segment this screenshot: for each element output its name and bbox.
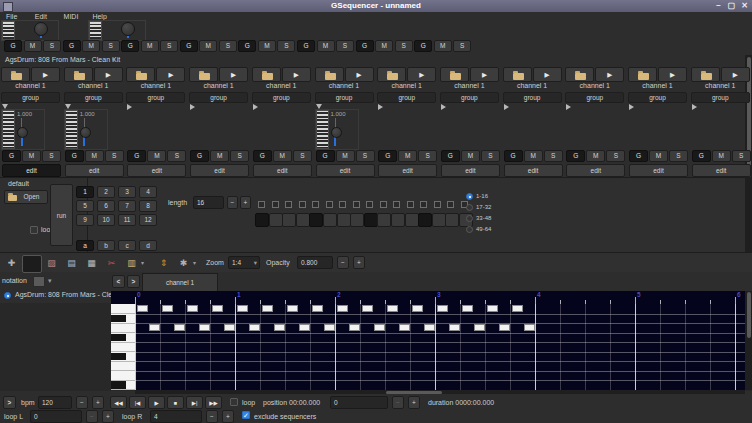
output-8-s-button[interactable]: S: [453, 40, 471, 52]
output-7-g-button[interactable]: G: [356, 40, 374, 52]
pattern-pad-6-button[interactable]: [323, 213, 337, 227]
input-7-s-button[interactable]: S: [418, 150, 437, 162]
notation-grid[interactable]: [135, 304, 745, 390]
length-value[interactable]: 16: [193, 196, 224, 209]
note[interactable]: [212, 305, 223, 312]
edit-9-button[interactable]: edit: [504, 164, 563, 177]
pattern-pad-9-button[interactable]: [364, 213, 378, 227]
pattern-pad-15-button[interactable]: [445, 213, 459, 227]
pattern-pad-5-button[interactable]: [309, 213, 323, 227]
pattern-pad-1-button[interactable]: [255, 213, 269, 227]
output-2-g-button[interactable]: G: [63, 40, 81, 52]
pattern-pad-13-button[interactable]: [418, 213, 432, 227]
notation-ruler[interactable]: [111, 291, 745, 304]
channel-3-group-button[interactable]: group: [126, 92, 185, 103]
window-icon[interactable]: [3, 2, 13, 12]
output-6-g-button[interactable]: G: [297, 40, 315, 52]
expander-closed-icon[interactable]: [441, 104, 446, 110]
channel-5-group-button[interactable]: group: [252, 92, 311, 103]
input-9-m-button[interactable]: M: [524, 150, 543, 162]
note[interactable]: [187, 305, 198, 312]
input-8-g-button[interactable]: G: [441, 150, 460, 162]
channel-11-play-button[interactable]: ▶: [658, 67, 687, 82]
transport-expander-button[interactable]: >: [3, 396, 16, 409]
loop-r-plus-button[interactable]: +: [222, 410, 234, 423]
channel-8-play-button[interactable]: ▶: [470, 67, 499, 82]
output-2-m-button[interactable]: M: [82, 40, 100, 52]
pattern-index-2-button[interactable]: 2: [97, 186, 115, 198]
length-plus-button[interactable]: +: [240, 196, 251, 209]
channel-1-play-button[interactable]: ▶: [31, 67, 60, 82]
machine-radio[interactable]: [4, 292, 11, 299]
pattern-pad-4-button[interactable]: [296, 213, 310, 227]
input-10-g-button[interactable]: G: [566, 150, 585, 162]
input-6-s-button[interactable]: S: [356, 150, 375, 162]
channel-8-group-button[interactable]: group: [440, 92, 499, 103]
input-5-g-button[interactable]: G: [253, 150, 272, 162]
note[interactable]: [149, 324, 160, 331]
line-6-volume-slider[interactable]: [331, 127, 342, 138]
pattern-index-8-button[interactable]: 8: [139, 200, 157, 212]
channel-8-open-button[interactable]: [440, 67, 469, 82]
input-1-g-button[interactable]: G: [2, 150, 21, 162]
channel-4-open-button[interactable]: [189, 67, 218, 82]
channel-9-group-button[interactable]: group: [503, 92, 562, 103]
note[interactable]: [274, 324, 285, 331]
nav-prev-button[interactable]: <: [112, 275, 125, 288]
pattern-index-6-button[interactable]: 6: [97, 200, 115, 212]
menu-midi[interactable]: MIDI: [62, 12, 81, 21]
channel-11-group-button[interactable]: group: [628, 92, 687, 103]
output-3-m-button[interactable]: M: [141, 40, 159, 52]
note[interactable]: [412, 305, 423, 312]
piano-black-key[interactable]: [111, 381, 126, 389]
run-button[interactable]: run: [50, 184, 73, 246]
edit-4-button[interactable]: edit: [190, 164, 249, 177]
opacity-plus-button[interactable]: +: [353, 256, 365, 269]
note[interactable]: [224, 324, 235, 331]
pattern-index-10-button[interactable]: 10: [97, 214, 115, 226]
pattern-pad-11-button[interactable]: [391, 213, 405, 227]
position-value[interactable]: 0: [330, 396, 388, 409]
output-7-m-button[interactable]: M: [375, 40, 393, 52]
close-button[interactable]: ✕: [739, 1, 750, 11]
pattern-index-12-button[interactable]: 12: [139, 214, 157, 226]
offset-49-64-radio[interactable]: [466, 226, 473, 233]
play-button[interactable]: ▶: [148, 396, 165, 409]
note[interactable]: [399, 324, 410, 331]
notation-vscrollbar-thumb[interactable]: [747, 292, 751, 338]
channel-12-group-button[interactable]: group: [691, 92, 750, 103]
forward-button[interactable]: ▶▶: [205, 396, 222, 409]
channel-3-open-button[interactable]: [126, 67, 155, 82]
channel-9-open-button[interactable]: [503, 67, 532, 82]
input-12-m-button[interactable]: M: [712, 150, 731, 162]
pattern-pad-7-button[interactable]: [337, 213, 351, 227]
note[interactable]: [337, 305, 348, 312]
pattern-bank-c-button[interactable]: c: [118, 240, 136, 251]
edit-6-button[interactable]: edit: [316, 164, 375, 177]
channel-10-open-button[interactable]: [565, 67, 594, 82]
channel-1-group-button[interactable]: group: [1, 92, 60, 103]
input-4-m-button[interactable]: M: [210, 150, 229, 162]
note[interactable]: [437, 305, 448, 312]
expander-closed-icon[interactable]: [504, 104, 509, 110]
input-5-s-button[interactable]: S: [293, 150, 312, 162]
channel-3-play-button[interactable]: ▶: [156, 67, 185, 82]
edit-3-button[interactable]: edit: [127, 164, 186, 177]
pattern-pad-14-button[interactable]: [432, 213, 446, 227]
offset-33-48-radio[interactable]: [466, 215, 473, 222]
pattern-index-9-button[interactable]: 9: [76, 214, 94, 226]
note[interactable]: [299, 324, 310, 331]
note[interactable]: [499, 324, 510, 331]
input-2-s-button[interactable]: S: [105, 150, 124, 162]
channel-6-group-button[interactable]: group: [315, 92, 374, 103]
transport-loop-checkbox[interactable]: [230, 398, 238, 406]
output-8-m-button[interactable]: M: [434, 40, 452, 52]
note[interactable]: [162, 305, 173, 312]
note[interactable]: [374, 324, 385, 331]
edit-7-button[interactable]: edit: [378, 164, 437, 177]
line-2-volume-slider[interactable]: [80, 127, 91, 138]
channel-6-play-button[interactable]: ▶: [345, 67, 374, 82]
bpm-value[interactable]: 120: [38, 396, 72, 409]
nav-next-button[interactable]: >: [127, 275, 140, 288]
input-11-m-button[interactable]: M: [649, 150, 668, 162]
